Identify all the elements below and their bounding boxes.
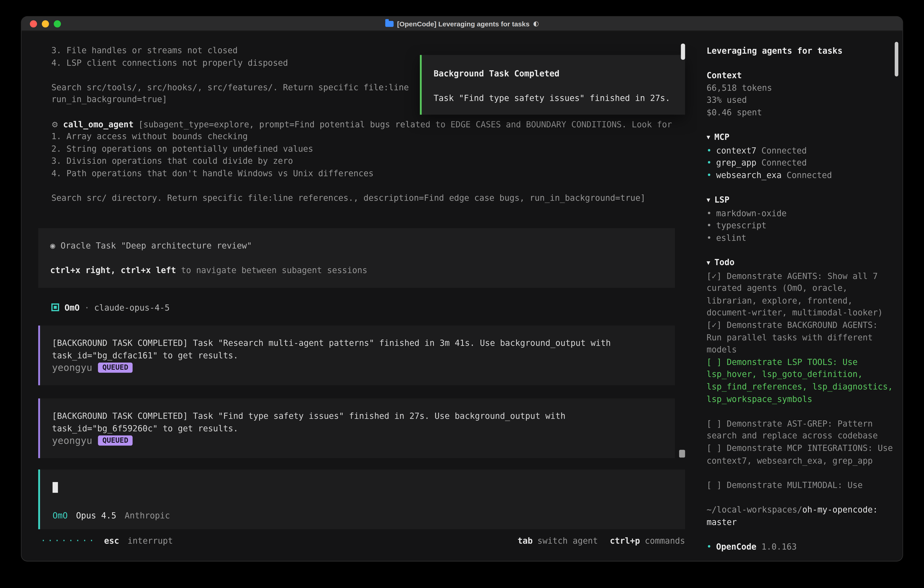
mcp-status: Connected (787, 170, 832, 180)
toast-title: Background Task Completed (434, 68, 685, 80)
todo-item: [✓] Demonstrate BACKGROUND AGENTS: Run p… (707, 319, 894, 356)
bullet-icon: • (707, 220, 716, 232)
navigation-hint: ctrl+x right, ctrl+x leftto navigate bet… (50, 264, 675, 276)
lsp-item: •eslint (707, 232, 894, 244)
mcp-item: •websearch_exa Connected (707, 169, 894, 181)
bullet-icon: • (707, 144, 716, 157)
agent-name: OmO (64, 303, 79, 312)
terminal-line: Search src/ directory. Return specific f… (51, 192, 697, 204)
status-left: ········ esc interrupt (41, 535, 173, 546)
scrollbar-thumb[interactable] (895, 42, 898, 76)
input-meta: OmO Opus 4.5 Anthropic (53, 510, 685, 522)
desktop: [OpenCode] Leveraging agents for tasks ◐… (0, 0, 924, 588)
mcp-heading[interactable]: ▼MCP (707, 131, 894, 144)
scrollbar-thumb[interactable] (681, 44, 685, 60)
task-message-line: task_id="bg_6f59260c" to get results. (52, 422, 675, 434)
window-title-text: [OpenCode] Leveraging agents for tasks (397, 20, 530, 27)
mcp-status: Connected (761, 145, 807, 155)
todo-item: [✓] Demonstrate AGENTS: Show all 7 curat… (707, 270, 894, 319)
commands-key-hint: ctrl+p (610, 536, 640, 545)
task-message-line: [BACKGROUND TASK COMPLETED] Task "Resear… (52, 337, 675, 349)
lsp-item: •markdown-oxide (707, 207, 894, 220)
agent-icon (51, 304, 59, 311)
spinner-dots: ········ (41, 535, 96, 546)
oracle-icon: ◉ (50, 241, 55, 250)
window-content: 3. File handles or streams not closed 4.… (21, 31, 903, 561)
folder-icon (385, 21, 394, 26)
cursor-row (53, 482, 685, 495)
bullet-icon: • (707, 157, 716, 169)
background-task-message: [BACKGROUND TASK COMPLETED] Task "Find t… (38, 398, 675, 458)
lsp-item: •typescript (707, 220, 894, 232)
todo-section: ▼Todo [✓] Demonstrate AGENTS: Show all 7… (707, 256, 894, 491)
prompt-input[interactable]: OmO Opus 4.5 Anthropic (38, 469, 685, 529)
terminal-line: 2. String operations on potentially unde… (51, 142, 697, 155)
bullet-icon: • (707, 169, 716, 181)
input-provider: Anthropic (125, 511, 170, 520)
window-title: [OpenCode] Leveraging agents for tasks ◐ (385, 20, 539, 28)
traffic-lights (30, 17, 61, 30)
blank-line (50, 252, 675, 264)
agent-model: claude-opus-4-5 (94, 303, 170, 312)
esc-key-hint: esc (104, 536, 119, 545)
queued-badge: QUEUED (98, 363, 132, 373)
status-bar: ········ esc interrupt tab switch agent … (41, 534, 685, 547)
scrollbar-thumb[interactable] (679, 450, 685, 458)
minimize-button[interactable] (42, 20, 49, 27)
progress-circle-icon: ◐ (533, 20, 539, 28)
hint-text: to navigate between subagent sessions (181, 265, 367, 275)
separator-dot: · (84, 303, 89, 312)
task-meta-row: yeongyu QUEUED (52, 434, 675, 447)
task-message-line: task_id="bg_dcfac161" to get results. (52, 349, 675, 362)
context-section: Context 66,518 tokens 33% used $0.46 spe… (707, 69, 894, 119)
workspace-branch: master (707, 516, 894, 528)
task-user: yeongyu (52, 362, 92, 373)
tool-call-line: ⚙call_omo_agent[subagent_type=explore, p… (51, 118, 697, 130)
context-tokens: 66,518 tokens (707, 82, 894, 94)
hint-keys: ctrl+x right, ctrl+x left (50, 265, 176, 275)
status-right: tab switch agent ctrl+p commands (518, 536, 685, 545)
tool-call-args: [subagent_type=explore, prompt=Find pote… (139, 119, 672, 129)
task-meta-row: yeongyu QUEUED (52, 362, 675, 374)
terminal-line: 3. Division operations that could divide… (51, 155, 697, 167)
workspace-path: ~/local-workspaces/oh-my-opencode: (707, 504, 894, 516)
todo-item: [ ] Demonstrate MCP INTEGRATIONS: Use co… (707, 442, 894, 467)
oracle-task-panel[interactable]: ◉Oracle Task "Deep architecture review" … (38, 228, 675, 287)
lsp-section: ▼LSP •markdown-oxide •typescript •eslint (707, 193, 894, 244)
chat-main: 3. File handles or streams not closed 4.… (21, 31, 697, 561)
tab-key-label: switch agent (538, 536, 598, 545)
context-spent: $0.46 spent (707, 106, 894, 119)
terminal-line: 3. File handles or streams not closed (51, 44, 697, 56)
esc-key-label: interrupt (127, 536, 173, 545)
bullet-icon: • (707, 207, 716, 220)
todo-item: [ ] Demonstrate MULTIMODAL: Use (707, 479, 894, 491)
collapse-triangle-icon: ▼ (707, 196, 710, 203)
agent-session-header[interactable]: OmO · claude-opus-4-5 (51, 301, 697, 314)
session-sidebar: Leveraging agents for tasks Context 66,5… (697, 31, 903, 561)
collapse-triangle-icon: ▼ (707, 259, 710, 266)
app-name: OpenCode (716, 542, 756, 551)
bullet-icon: • (707, 540, 716, 553)
commands-key-label: commands (645, 536, 685, 545)
close-button[interactable] (30, 20, 37, 27)
tab-key-hint: tab (518, 536, 533, 545)
context-used: 33% used (707, 94, 894, 106)
gear-icon: ⚙ (51, 120, 58, 129)
mcp-section: ▼MCP •context7 Connected •grep_app Conne… (707, 131, 894, 182)
context-heading: Context (707, 69, 894, 82)
input-model: Opus 4.5 (76, 511, 116, 520)
task-user: yeongyu (52, 435, 92, 446)
tool-call-name: call_omo_agent (63, 119, 134, 129)
background-task-toast[interactable]: Background Task Completed Task "Find typ… (420, 55, 685, 115)
blank-line (51, 179, 697, 192)
session-title: Leveraging agents for tasks (707, 45, 894, 57)
todo-heading[interactable]: ▼Todo (707, 256, 894, 270)
mcp-item: •grep_app Connected (707, 157, 894, 169)
terminal-line: 4. Path operations that don't handle Win… (51, 167, 697, 179)
text-cursor (53, 482, 58, 493)
terminal-window: [OpenCode] Leveraging agents for tasks ◐… (21, 17, 903, 561)
lsp-heading[interactable]: ▼LSP (707, 193, 894, 207)
zoom-button[interactable] (54, 20, 61, 27)
window-titlebar[interactable]: [OpenCode] Leveraging agents for tasks ◐ (21, 17, 903, 31)
task-message-line: [BACKGROUND TASK COMPLETED] Task "Find t… (52, 410, 675, 422)
